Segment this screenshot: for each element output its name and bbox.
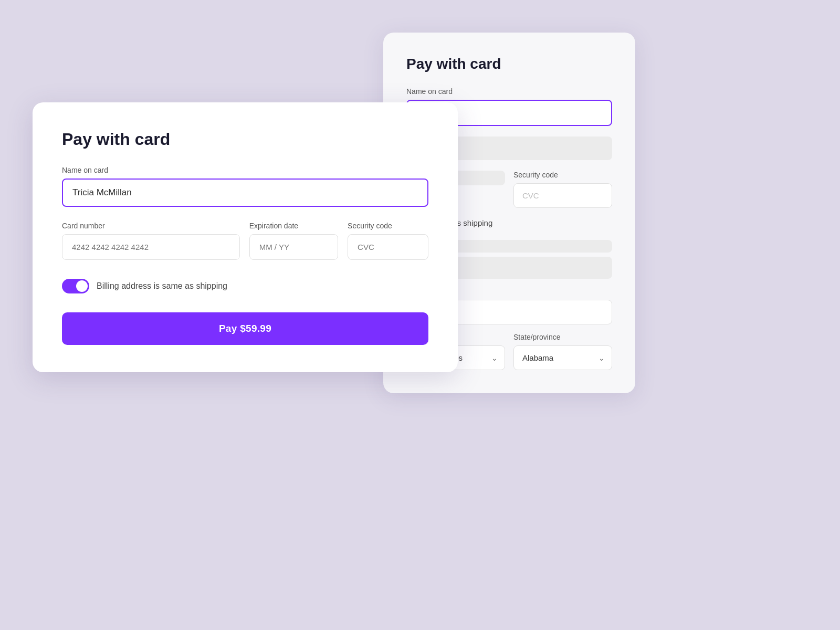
front-expiry-input[interactable] <box>249 234 338 260</box>
front-cvc-input[interactable] <box>348 234 428 260</box>
back-cvc-label: Security code <box>513 171 612 179</box>
front-name-input[interactable] <box>62 178 428 207</box>
front-billing-toggle-row: Billing address is same as shipping <box>62 279 428 293</box>
front-card-title: Pay with card <box>62 130 428 149</box>
back-cvc-input[interactable]: CVC <box>513 183 612 208</box>
front-card-number-label: Card number <box>62 222 240 230</box>
back-state-col: State/province Alabama Alaska Arizona Ca… <box>513 333 612 370</box>
back-card-title: Pay with card <box>406 56 612 72</box>
front-expiry-label: Expiration date <box>249 222 338 230</box>
front-cvc-field: Security code <box>348 222 428 260</box>
front-name-label: Name on card <box>62 166 428 174</box>
front-billing-label: Billing address is same as shipping <box>97 281 227 291</box>
pay-button[interactable]: Pay $59.99 <box>62 312 428 345</box>
back-state-select-wrapper: Alabama Alaska Arizona California New Yo… <box>513 345 612 370</box>
billing-toggle-switch[interactable] <box>62 279 89 293</box>
front-cvc-label: Security code <box>348 222 428 230</box>
back-cvc-field: Security code CVC <box>513 171 612 208</box>
front-card-number-field: Card number <box>62 222 240 260</box>
front-card-number-input[interactable] <box>62 234 240 260</box>
front-expiry-field: Expiration date <box>249 222 338 260</box>
back-name-label: Name on card <box>406 87 612 96</box>
front-card: Pay with card Name on card Card number E… <box>33 102 458 372</box>
back-state-select[interactable]: Alabama Alaska Arizona California New Yo… <box>513 345 612 370</box>
back-state-label: State/province <box>513 333 612 341</box>
front-three-fields: Card number Expiration date Security cod… <box>62 222 428 260</box>
